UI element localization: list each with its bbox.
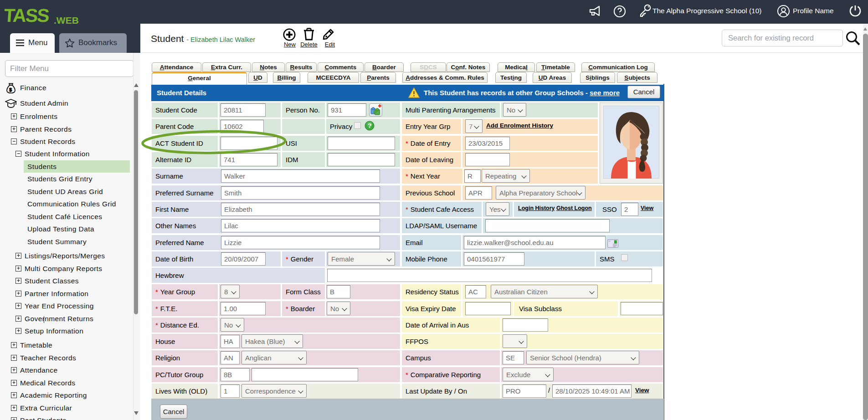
svg-text:?: ? [368,122,372,129]
svg-text:.WEB: .WEB [54,15,79,26]
svg-text:TASS: TASS [5,5,50,26]
svg-text:$: $ [9,87,12,92]
